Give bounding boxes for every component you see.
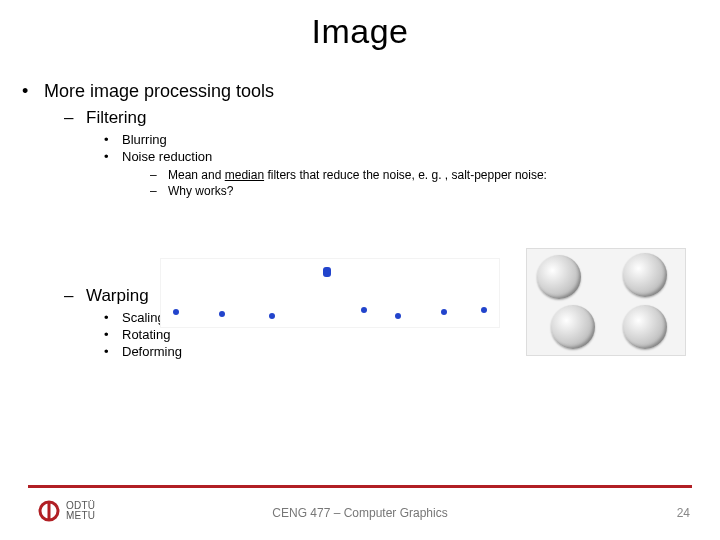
footer-divider bbox=[28, 485, 692, 488]
animation-frame-image bbox=[160, 258, 500, 328]
coins-image bbox=[526, 248, 686, 356]
bullet-why-works: Why works? bbox=[150, 184, 698, 198]
text-underline: median bbox=[225, 168, 264, 182]
footer-course: CENG 477 – Computer Graphics bbox=[0, 506, 720, 520]
bullet-noise-text: Noise reduction bbox=[122, 149, 212, 164]
bullet-blurring: Blurring bbox=[104, 132, 698, 147]
slide: Image More image processing tools Filter… bbox=[0, 0, 720, 540]
bullet-noise-reduction: Noise reduction Mean and median filters … bbox=[104, 149, 698, 198]
bullet-warping-text: Warping bbox=[86, 286, 149, 305]
page-number: 24 bbox=[677, 506, 690, 520]
bullet-filtering-text: Filtering bbox=[86, 108, 146, 127]
text-post: filters that reduce the noise, e. g. , s… bbox=[264, 168, 547, 182]
bullet-median-filter: Mean and median filters that reduce the … bbox=[150, 168, 698, 182]
slide-title: Image bbox=[0, 12, 720, 51]
bullet-filtering: Filtering Blurring Noise reduction Mean … bbox=[64, 108, 698, 198]
text-pre: Mean and bbox=[168, 168, 225, 182]
bullet-main-text: More image processing tools bbox=[44, 81, 274, 101]
